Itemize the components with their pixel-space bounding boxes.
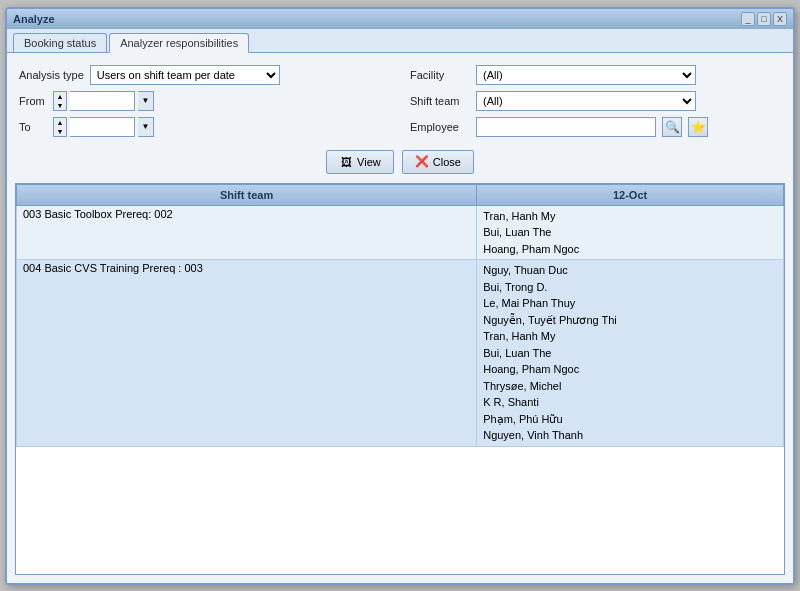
close-window-button[interactable]: X bbox=[773, 12, 787, 26]
employee-search-icon[interactable]: 🔍 bbox=[662, 117, 682, 137]
analysis-type-row: Analysis type Users on shift team per da… bbox=[19, 65, 390, 85]
from-label: From bbox=[19, 95, 47, 107]
employees-cell: Tran, Hanh My Bui, Luan The Hoang, Pham … bbox=[477, 205, 784, 260]
to-row: To ▲ ▼ 12/10/2006 ▼ bbox=[19, 117, 390, 137]
to-date-spinner[interactable]: ▲ ▼ bbox=[53, 117, 67, 137]
close-button-label: Close bbox=[433, 156, 461, 168]
from-date-dropdown[interactable]: ▼ bbox=[138, 91, 154, 111]
form-panels: Analysis type Users on shift team per da… bbox=[15, 61, 785, 141]
tab-analyzer[interactable]: Analyzer responsibilities bbox=[109, 33, 249, 53]
analysis-type-label: Analysis type bbox=[19, 69, 84, 81]
maximize-button[interactable]: □ bbox=[757, 12, 771, 26]
title-bar: Analyze _ □ X bbox=[7, 9, 793, 29]
shift-team-cell: 004 Basic CVS Training Prereq : 003 bbox=[17, 260, 477, 447]
employee-label: Employee bbox=[410, 121, 470, 133]
view-icon: 🖼 bbox=[339, 155, 353, 169]
table-header-row: Shift team 12-Oct bbox=[17, 184, 784, 205]
table-row: 004 Basic CVS Training Prereq : 003Nguy,… bbox=[17, 260, 784, 447]
buttons-row: 🖼 View ❌ Close bbox=[15, 146, 785, 178]
close-btn-icon: ❌ bbox=[415, 155, 429, 169]
table-row: 003 Basic Toolbox Prereq: 002Tran, Hanh … bbox=[17, 205, 784, 260]
main-content: Analysis type Users on shift team per da… bbox=[7, 53, 793, 583]
left-panel: Analysis type Users on shift team per da… bbox=[19, 65, 390, 137]
analysis-type-select[interactable]: Users on shift team per date bbox=[90, 65, 280, 85]
tab-booking[interactable]: Booking status bbox=[13, 33, 107, 52]
title-bar-buttons: _ □ X bbox=[741, 12, 787, 26]
shift-team-label: Shift team bbox=[410, 95, 470, 107]
minimize-button[interactable]: _ bbox=[741, 12, 755, 26]
to-date-field: ▲ ▼ 12/10/2006 ▼ bbox=[53, 117, 154, 137]
main-window: Analyze _ □ X Booking status Analyzer re… bbox=[5, 7, 795, 585]
from-date-input[interactable]: 12/10/2006 bbox=[70, 91, 135, 111]
employee-row: Employee 🔍 ⭐ bbox=[410, 117, 781, 137]
close-button[interactable]: ❌ Close bbox=[402, 150, 474, 174]
shift-team-row: Shift team (All) bbox=[410, 91, 781, 111]
col-date: 12-Oct bbox=[477, 184, 784, 205]
right-panel: Facility (All) Shift team (All) Employee bbox=[410, 65, 781, 137]
from-date-field: ▲ ▼ 12/10/2006 ▼ bbox=[53, 91, 154, 111]
from-date-down[interactable]: ▼ bbox=[54, 101, 66, 110]
from-date-up[interactable]: ▲ bbox=[54, 92, 66, 101]
to-label: To bbox=[19, 121, 47, 133]
employees-cell: Nguy, Thuan Duc Bui, Trong D. Le, Mai Ph… bbox=[477, 260, 784, 447]
view-button-label: View bbox=[357, 156, 381, 168]
col-shift-team: Shift team bbox=[17, 184, 477, 205]
to-date-down[interactable]: ▼ bbox=[54, 127, 66, 136]
shift-team-select[interactable]: (All) bbox=[476, 91, 696, 111]
view-button[interactable]: 🖼 View bbox=[326, 150, 394, 174]
results-table-container: Shift team 12-Oct 003 Basic Toolbox Prer… bbox=[15, 183, 785, 575]
from-row: From ▲ ▼ 12/10/2006 ▼ bbox=[19, 91, 390, 111]
facility-select[interactable]: (All) bbox=[476, 65, 696, 85]
to-date-dropdown[interactable]: ▼ bbox=[138, 117, 154, 137]
results-table: Shift team 12-Oct 003 Basic Toolbox Prer… bbox=[16, 184, 784, 447]
facility-label: Facility bbox=[410, 69, 470, 81]
employee-favorite-icon[interactable]: ⭐ bbox=[688, 117, 708, 137]
employee-input[interactable] bbox=[476, 117, 656, 137]
window-title: Analyze bbox=[13, 13, 55, 25]
tab-bar: Booking status Analyzer responsibilities bbox=[7, 29, 793, 53]
facility-row: Facility (All) bbox=[410, 65, 781, 85]
to-date-input[interactable]: 12/10/2006 bbox=[70, 117, 135, 137]
shift-team-cell: 003 Basic Toolbox Prereq: 002 bbox=[17, 205, 477, 260]
to-date-up[interactable]: ▲ bbox=[54, 118, 66, 127]
from-date-spinner[interactable]: ▲ ▼ bbox=[53, 91, 67, 111]
